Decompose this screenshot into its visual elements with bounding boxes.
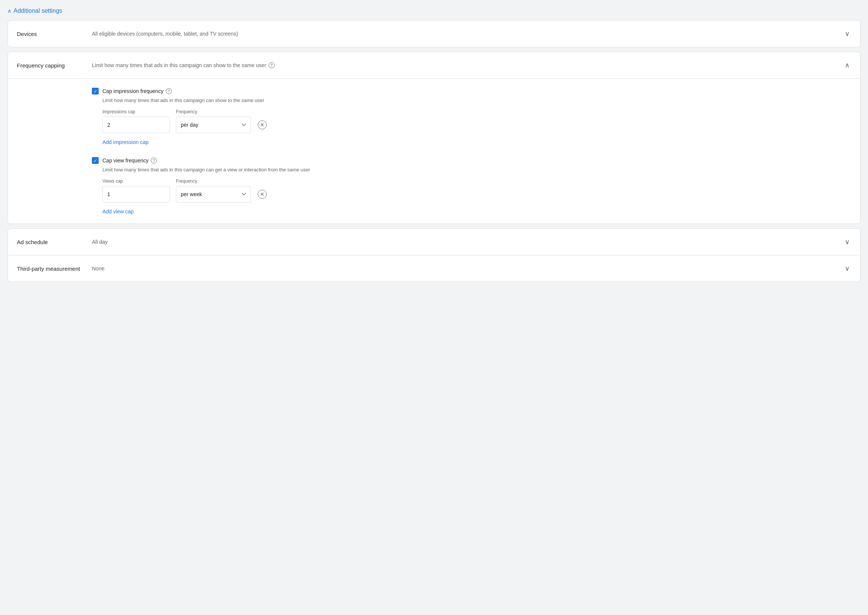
cap-view-title: Cap view frequency ?: [102, 158, 157, 164]
cap-view-checkbox-row: ✓ Cap view frequency ?: [92, 157, 851, 164]
cap-impression-checkbox[interactable]: ✓: [92, 88, 98, 95]
remove-impression-cap-button[interactable]: ✕: [257, 120, 267, 130]
add-view-cap-button[interactable]: Add view cap: [102, 209, 134, 214]
cap-view-checkmark-icon: ✓: [94, 158, 98, 163]
devices-card: Devices All eligible devices (computers,…: [8, 20, 860, 47]
remove-view-icon: ✕: [258, 190, 267, 199]
third-party-chevron-icon: ∨: [845, 264, 849, 273]
impressions-cap-input-group: Impressions cap: [102, 109, 170, 133]
impressions-cap-input[interactable]: [102, 117, 170, 133]
devices-chevron-icon: ∨: [845, 30, 849, 38]
cap-view-section: ✓ Cap view frequency ? Limit how many ti…: [92, 157, 851, 214]
third-party-label: Third-party measurement: [17, 265, 92, 272]
checkmark-icon: ✓: [94, 89, 98, 94]
impressions-frequency-select[interactable]: per day per week per month: [176, 117, 251, 133]
additional-settings-header[interactable]: ∧ Additional settings: [8, 8, 860, 14]
cap-view-checkbox[interactable]: ✓: [92, 157, 98, 164]
ad-schedule-value: All day: [92, 239, 843, 245]
ad-schedule-card: Ad schedule All day ∨ Third-party measur…: [8, 228, 860, 282]
cap-impression-subtitle: Limit how many times that ads in this ca…: [102, 97, 851, 103]
cap-view-title-text: Cap view frequency: [102, 158, 148, 164]
frequency-chevron-icon: ∧: [845, 61, 849, 69]
views-cap-input[interactable]: [102, 186, 170, 203]
collapse-icon: ∧: [8, 8, 11, 14]
ad-schedule-expand-button[interactable]: ∨: [843, 236, 851, 248]
views-cap-label: Views cap: [102, 178, 170, 184]
ad-schedule-chevron-icon: ∨: [845, 238, 849, 246]
cap-impression-title-text: Cap impression frequency: [102, 88, 164, 94]
views-frequency-label: Frequency: [176, 178, 251, 184]
devices-value: All eligible devices (computers, mobile,…: [92, 31, 843, 37]
ad-schedule-row[interactable]: Ad schedule All day ∨: [8, 229, 860, 255]
freq-desc-text: Limit how many times that ads in this ca…: [92, 62, 266, 68]
cap-impression-checkbox-row: ✓ Cap impression frequency ?: [92, 88, 851, 95]
frequency-capping-header-row: Frequency capping Limit how many times t…: [8, 52, 860, 79]
cap-impression-help-icon[interactable]: ?: [166, 88, 172, 94]
additional-settings-title: Additional settings: [14, 8, 62, 14]
views-frequency-select[interactable]: per day per week per month: [176, 186, 251, 203]
ad-schedule-label: Ad schedule: [17, 239, 92, 245]
devices-expand-button[interactable]: ∨: [843, 28, 851, 39]
frequency-capping-collapse-button[interactable]: ∧: [843, 59, 851, 71]
cap-view-subtitle: Limit how many times that ads in this ca…: [102, 167, 851, 173]
devices-label: Devices: [17, 31, 92, 37]
third-party-value: None: [92, 265, 843, 272]
impressions-frequency-label: Frequency: [176, 109, 251, 114]
remove-view-cap-button[interactable]: ✕: [257, 189, 267, 200]
devices-row[interactable]: Devices All eligible devices (computers,…: [8, 20, 860, 47]
add-impression-cap-button[interactable]: Add impression cap: [102, 139, 148, 145]
frequency-help-icon[interactable]: ?: [269, 62, 275, 68]
third-party-row[interactable]: Third-party measurement None ∨: [8, 255, 860, 282]
frequency-capping-label: Frequency capping: [17, 62, 92, 69]
cap-impression-section: ✓ Cap impression frequency ? Limit how m…: [92, 88, 851, 145]
frequency-capping-card: Frequency capping Limit how many times t…: [8, 52, 860, 224]
impressions-cap-label: Impressions cap: [102, 109, 170, 114]
views-cap-input-group: Views cap: [102, 178, 170, 203]
frequency-capping-body: ✓ Cap impression frequency ? Limit how m…: [8, 79, 860, 223]
impressions-frequency-input-group: Frequency per day per week per month: [176, 109, 251, 133]
frequency-capping-description: Limit how many times that ads in this ca…: [92, 62, 843, 68]
remove-impression-icon: ✕: [258, 120, 267, 130]
third-party-expand-button[interactable]: ∨: [843, 263, 851, 274]
cap-view-inputs: Views cap Frequency per day per week per…: [102, 178, 851, 203]
cap-impression-inputs: Impressions cap Frequency per day per we…: [102, 109, 851, 133]
views-frequency-input-group: Frequency per day per week per month: [176, 178, 251, 203]
cap-view-help-icon[interactable]: ?: [151, 158, 157, 164]
cap-impression-title: Cap impression frequency ?: [102, 88, 172, 94]
